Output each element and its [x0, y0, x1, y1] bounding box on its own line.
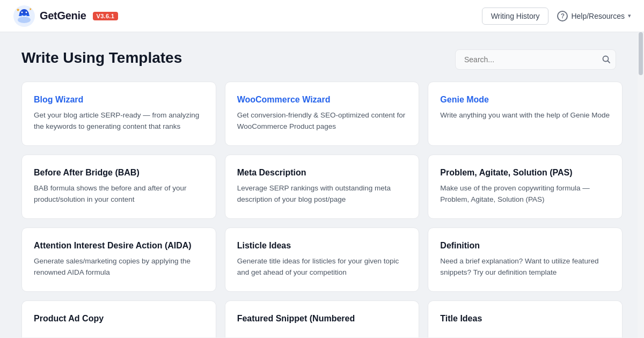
svg-point-1 [18, 17, 31, 23]
card-title: Listicle Ideas [237, 241, 407, 251]
search-icon [602, 55, 611, 64]
card-genie-mode[interactable]: Genie Mode Write anything you want with … [428, 82, 623, 146]
card-title-ideas[interactable]: Title Ideas [428, 300, 623, 337]
chevron-down-icon: ▾ [628, 12, 631, 19]
version-badge: V3.6.1 [93, 12, 119, 20]
card-blog-wizard[interactable]: Blog Wizard Get your blog article SERP-r… [21, 82, 216, 146]
logo-icon: ★ ★ [13, 5, 35, 27]
card-title: Definition [440, 241, 610, 251]
card-product-ad-copy[interactable]: Product Ad Copy [21, 300, 216, 337]
card-listicle-ideas[interactable]: Listicle Ideas Generate title ideas for … [225, 227, 420, 292]
cards-grid: Blog Wizard Get your blog article SERP-r… [21, 82, 623, 337]
card-desc: Make use of the proven copywriting formu… [440, 183, 610, 205]
card-aida[interactable]: Attention Interest Desire Action (AIDA) … [21, 227, 216, 292]
card-title: Featured Snippet (Numbered [237, 314, 407, 324]
card-title: WooCommerce Wizard [237, 95, 407, 105]
card-title: Attention Interest Desire Action (AIDA) [34, 241, 204, 251]
card-title: Genie Mode [440, 95, 610, 105]
svg-rect-2 [19, 14, 30, 16]
card-woocommerce-wizard[interactable]: WooCommerce Wizard Get conversion-friend… [225, 82, 420, 146]
help-icon: ? [557, 11, 568, 21]
card-desc: Need a brief explanation? Want to utiliz… [440, 256, 610, 278]
search-input[interactable] [455, 49, 616, 70]
card-title: Before After Bridge (BAB) [34, 168, 204, 178]
svg-text:★: ★ [29, 8, 32, 11]
main-content: Write Using Templates Blog Wizard Get yo… [0, 32, 644, 338]
svg-text:★: ★ [16, 8, 20, 12]
card-definition[interactable]: Definition Need a brief explanation? Wan… [428, 227, 623, 292]
search-button[interactable] [602, 55, 611, 64]
svg-line-8 [608, 61, 610, 63]
card-pas[interactable]: Problem, Agitate, Solution (PAS) Make us… [428, 155, 623, 219]
search-container [455, 49, 616, 70]
card-desc: BAB formula shows the before and after o… [34, 183, 204, 205]
card-bab[interactable]: Before After Bridge (BAB) BAB formula sh… [21, 155, 216, 219]
card-desc: Leverage SERP rankings with outstanding … [237, 183, 407, 205]
help-label: Help/Resources [571, 12, 625, 20]
card-meta-description[interactable]: Meta Description Leverage SERP rankings … [225, 155, 420, 219]
card-title: Problem, Agitate, Solution (PAS) [440, 168, 610, 178]
card-desc: Get conversion-friendly & SEO-optimized … [237, 110, 407, 133]
card-title: Product Ad Copy [34, 314, 204, 324]
card-title: Title Ideas [440, 314, 610, 324]
svg-point-3 [21, 11, 23, 13]
card-title: Blog Wizard [34, 95, 204, 105]
header: ★ ★ GetGenie V3.6.1 Writing History ? He… [0, 0, 644, 32]
svg-point-4 [26, 11, 27, 13]
header-right: Writing History ? Help/Resources ▾ [482, 8, 631, 25]
logo-area: ★ ★ GetGenie V3.6.1 [13, 5, 118, 27]
card-desc: Get your blog article SERP-ready — from … [34, 110, 204, 133]
logo-text: GetGenie [40, 10, 86, 22]
card-desc: Generate sales/marketing copies by apply… [34, 256, 204, 278]
card-title: Meta Description [237, 168, 407, 178]
search-input-wrapper [455, 49, 616, 70]
card-desc: Write anything you want with the help of… [440, 110, 610, 121]
help-resources-button[interactable]: ? Help/Resources ▾ [557, 11, 631, 21]
card-featured-snippet-numbered[interactable]: Featured Snippet (Numbered [225, 300, 420, 337]
writing-history-button[interactable]: Writing History [482, 8, 549, 25]
card-desc: Generate title ideas for listicles for y… [237, 256, 407, 278]
